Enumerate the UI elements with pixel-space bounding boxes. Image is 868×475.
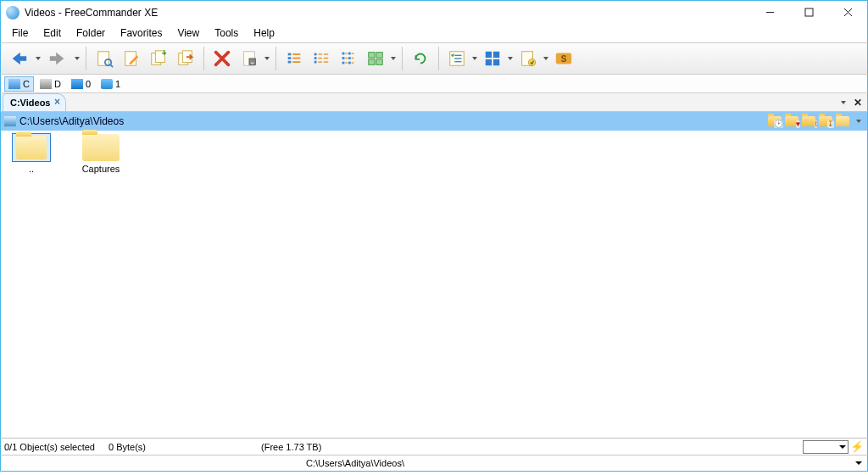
refresh-button[interactable] [408, 46, 433, 71]
menu-view[interactable]: View [170, 25, 207, 41]
svg-rect-23 [314, 57, 317, 59]
copy-path-icon[interactable] [835, 115, 850, 128]
status-size: 0 Byte(s) [108, 442, 146, 452]
menu-folder[interactable]: Folder [69, 25, 113, 41]
action-doc-button[interactable] [515, 46, 541, 71]
action-doc-dropdown[interactable] [542, 57, 549, 60]
edit-file-button[interactable] [119, 46, 144, 71]
drive-c-button[interactable]: C [4, 76, 34, 92]
svg-rect-16 [288, 53, 292, 56]
tab-label: C:Videos [10, 98, 50, 108]
drive-label: 0 [86, 79, 91, 89]
checklist-button[interactable] [444, 46, 470, 71]
menu-edit[interactable]: Edit [36, 25, 69, 41]
svg-line-6 [110, 64, 113, 67]
svg-text:+: + [162, 49, 167, 58]
view-file-button[interactable] [92, 46, 117, 71]
delete-button[interactable] [209, 46, 235, 71]
drive-icon [101, 79, 113, 89]
drive-icon [40, 79, 52, 89]
close-button[interactable] [828, 1, 867, 25]
command-dropdown[interactable] [855, 461, 867, 465]
s-button[interactable]: S [551, 46, 576, 71]
view-dropdown[interactable] [390, 57, 397, 60]
current-path[interactable]: C:\Users\Aditya\Videos [19, 115, 124, 127]
path-dropdown[interactable] [852, 115, 864, 127]
tab-list-dropdown[interactable] [837, 97, 849, 109]
minimize-button[interactable] [750, 1, 789, 25]
wipe-dropdown[interactable] [264, 57, 270, 60]
history-folder-icon[interactable]: 🕑 [767, 115, 782, 128]
view-details-button[interactable] [309, 46, 334, 71]
svg-rect-22 [314, 53, 317, 56]
tiles-blue-button[interactable] [480, 46, 505, 71]
status-free-space: (Free 1.73 TB) [261, 442, 321, 452]
quick-filter-icon[interactable]: ⚡ [850, 440, 864, 453]
svg-text:S: S [561, 54, 567, 64]
app-icon [6, 6, 19, 20]
date-folder-icon[interactable]: t [801, 115, 816, 128]
svg-rect-35 [348, 57, 351, 59]
file-list[interactable]: .. Captures [0, 131, 868, 438]
menu-file[interactable]: File [4, 25, 36, 41]
title-bar: Videos - FreeCommander XE [0, 0, 868, 24]
nav-back-button[interactable] [4, 46, 33, 71]
tab-close-all-button[interactable]: ✕ [852, 97, 864, 109]
item-label: Captures [74, 164, 128, 175]
svg-rect-45 [369, 59, 375, 64]
drive-d-button[interactable]: D [36, 76, 65, 92]
tab-close-icon[interactable]: × [52, 97, 62, 107]
drive-1-button[interactable]: 1 [97, 76, 125, 92]
menu-help[interactable]: Help [246, 25, 282, 41]
tab-strip: C:Videos × ✕ [0, 93, 868, 112]
favorite-folder-icon[interactable]: ♥ [784, 115, 799, 128]
svg-rect-33 [342, 62, 345, 64]
command-bar: C:\Users\Aditya\Videos\ [0, 455, 868, 472]
folder-icon [13, 134, 50, 161]
address-bar: C:\Users\Aditya\Videos 🕑 ♥ t ↧ [0, 112, 868, 131]
svg-rect-52 [493, 52, 499, 58]
window-title: Videos - FreeCommander XE [25, 7, 158, 19]
drive-icon [71, 79, 83, 89]
svg-rect-54 [493, 59, 499, 65]
item-label: .. [4, 164, 58, 175]
command-path[interactable]: C:\Users\Aditya\Videos\ [306, 458, 404, 468]
menu-tools[interactable]: Tools [207, 25, 246, 41]
svg-rect-4 [98, 52, 109, 66]
svg-rect-34 [348, 53, 351, 55]
filter-combo[interactable] [803, 440, 849, 454]
tiles-blue-dropdown[interactable] [507, 57, 514, 60]
view-thumbnails-button[interactable] [363, 46, 388, 71]
svg-rect-36 [348, 62, 351, 64]
svg-point-56 [528, 59, 535, 65]
filter-folder-icon[interactable]: ↧ [818, 115, 833, 128]
drive-icon [8, 79, 20, 89]
view-list-button[interactable] [281, 46, 307, 71]
copy-button[interactable]: + [146, 46, 171, 71]
wipe-button[interactable] [236, 46, 262, 71]
tab-active[interactable]: C:Videos × [3, 93, 66, 111]
move-button[interactable] [173, 46, 198, 71]
svg-rect-31 [342, 53, 345, 55]
svg-rect-44 [376, 53, 382, 58]
main-toolbar: + S [0, 42, 868, 75]
checklist-dropdown[interactable] [471, 57, 478, 60]
list-item[interactable]: Captures [74, 134, 128, 175]
svg-rect-17 [288, 57, 292, 59]
maximize-button[interactable] [789, 1, 828, 25]
drive-0-button[interactable]: 0 [67, 76, 95, 92]
svg-rect-18 [288, 61, 292, 64]
list-item[interactable]: .. [4, 134, 58, 175]
nav-forward-dropdown[interactable] [74, 57, 81, 60]
menu-favorites[interactable]: Favorites [113, 25, 170, 41]
view-smallicons-button[interactable] [336, 46, 361, 71]
svg-rect-24 [314, 61, 317, 64]
svg-rect-32 [342, 57, 345, 59]
svg-rect-43 [369, 53, 375, 58]
drive-icon [4, 116, 16, 126]
drive-bar: C D 0 1 [0, 75, 868, 93]
nav-forward-button[interactable] [43, 46, 72, 71]
nav-back-dropdown[interactable] [35, 57, 42, 60]
folder-icon [82, 134, 120, 161]
svg-rect-15 [251, 63, 254, 64]
